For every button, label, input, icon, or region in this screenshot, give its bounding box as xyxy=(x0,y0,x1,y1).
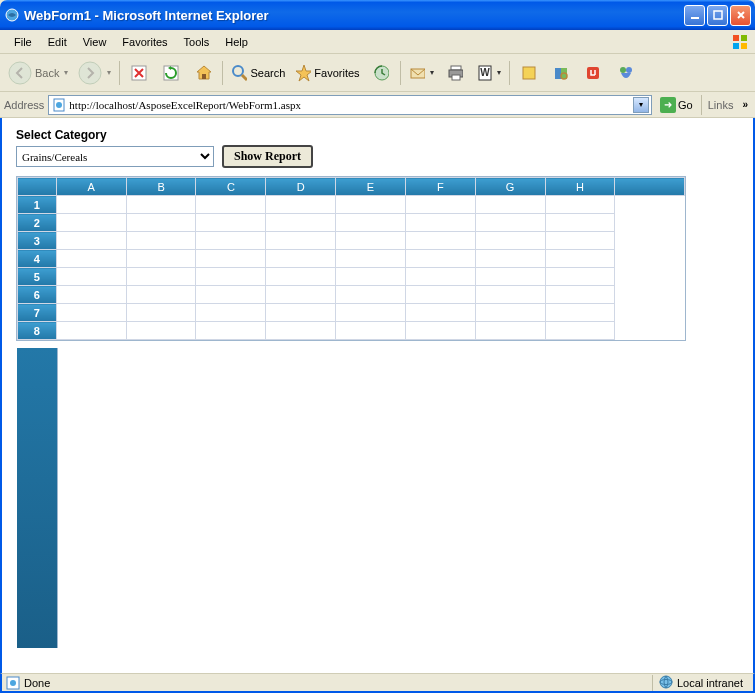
cell[interactable] xyxy=(336,322,406,340)
close-button[interactable] xyxy=(730,5,751,26)
menu-edit[interactable]: Edit xyxy=(40,34,75,50)
menu-favorites[interactable]: Favorites xyxy=(114,34,175,50)
back-button[interactable]: Back ▾ xyxy=(4,58,72,88)
cell[interactable] xyxy=(126,214,196,232)
cell[interactable] xyxy=(615,286,685,304)
cell[interactable] xyxy=(475,304,545,322)
cell[interactable] xyxy=(266,304,336,322)
col-header[interactable]: D xyxy=(266,178,336,196)
menu-view[interactable]: View xyxy=(75,34,115,50)
messenger-button[interactable] xyxy=(610,58,640,88)
cell[interactable] xyxy=(405,196,475,214)
cell[interactable] xyxy=(266,196,336,214)
refresh-button[interactable] xyxy=(156,58,186,88)
cell[interactable] xyxy=(266,322,336,340)
show-report-button[interactable]: Show Report xyxy=(222,145,313,168)
category-select[interactable]: Grains/Cereals xyxy=(16,146,214,167)
cell[interactable] xyxy=(545,268,615,286)
cell[interactable] xyxy=(405,214,475,232)
cell[interactable] xyxy=(405,304,475,322)
cell[interactable] xyxy=(336,214,406,232)
maximize-button[interactable] xyxy=(707,5,728,26)
cell[interactable] xyxy=(545,286,615,304)
cell[interactable] xyxy=(615,196,685,214)
cell[interactable] xyxy=(196,304,266,322)
cell[interactable] xyxy=(56,196,126,214)
row-header[interactable]: 5 xyxy=(18,268,57,286)
cell[interactable] xyxy=(615,232,685,250)
address-input[interactable] xyxy=(67,99,633,111)
home-button[interactable] xyxy=(188,58,218,88)
cell[interactable] xyxy=(126,196,196,214)
row-header[interactable]: 2 xyxy=(18,214,57,232)
row-header[interactable]: 8 xyxy=(18,322,57,340)
cell[interactable] xyxy=(615,322,685,340)
cell[interactable] xyxy=(405,286,475,304)
cell[interactable] xyxy=(405,250,475,268)
cell[interactable] xyxy=(545,304,615,322)
cell[interactable] xyxy=(615,214,685,232)
cell[interactable] xyxy=(545,322,615,340)
cell[interactable] xyxy=(266,214,336,232)
print-button[interactable] xyxy=(440,58,470,88)
cell[interactable] xyxy=(405,322,475,340)
mail-button[interactable]: ▾ xyxy=(405,58,438,88)
cell[interactable] xyxy=(126,304,196,322)
cell[interactable] xyxy=(545,196,615,214)
cell[interactable] xyxy=(266,232,336,250)
cell[interactable] xyxy=(336,196,406,214)
col-header[interactable]: E xyxy=(336,178,406,196)
cell[interactable] xyxy=(475,232,545,250)
cell[interactable] xyxy=(266,286,336,304)
col-header[interactable]: F xyxy=(405,178,475,196)
cell[interactable] xyxy=(196,196,266,214)
favorites-button[interactable]: Favorites xyxy=(291,58,363,88)
stop-button[interactable] xyxy=(124,58,154,88)
cell[interactable] xyxy=(405,268,475,286)
cell[interactable] xyxy=(336,268,406,286)
cell[interactable] xyxy=(475,322,545,340)
col-header[interactable]: G xyxy=(475,178,545,196)
col-header[interactable]: A xyxy=(56,178,126,196)
cell[interactable] xyxy=(336,250,406,268)
cell[interactable] xyxy=(126,268,196,286)
address-dropdown[interactable]: ▾ xyxy=(633,97,649,113)
cell[interactable] xyxy=(56,250,126,268)
row-header[interactable]: 1 xyxy=(18,196,57,214)
cell[interactable] xyxy=(405,232,475,250)
menu-file[interactable]: File xyxy=(6,34,40,50)
history-button[interactable] xyxy=(366,58,396,88)
cell[interactable] xyxy=(615,304,685,322)
menu-help[interactable]: Help xyxy=(217,34,256,50)
cell[interactable] xyxy=(126,322,196,340)
row-header[interactable]: 3 xyxy=(18,232,57,250)
cell[interactable] xyxy=(196,250,266,268)
cell[interactable] xyxy=(196,232,266,250)
cell[interactable] xyxy=(336,232,406,250)
cell[interactable] xyxy=(196,286,266,304)
forward-button[interactable]: ▾ xyxy=(74,58,115,88)
col-header[interactable]: H xyxy=(545,178,615,196)
cell[interactable] xyxy=(336,304,406,322)
cell[interactable] xyxy=(475,250,545,268)
go-button[interactable]: ➜ Go xyxy=(656,95,697,115)
grid-corner[interactable] xyxy=(18,178,57,196)
research-button[interactable] xyxy=(546,58,576,88)
col-header[interactable]: B xyxy=(126,178,196,196)
cell[interactable] xyxy=(475,286,545,304)
cell[interactable] xyxy=(545,232,615,250)
edit-button[interactable]: W ▾ xyxy=(472,58,505,88)
cell[interactable] xyxy=(336,286,406,304)
cell[interactable] xyxy=(266,250,336,268)
cell[interactable] xyxy=(615,268,685,286)
links-chevron-icon[interactable]: » xyxy=(739,99,751,110)
cell[interactable] xyxy=(545,214,615,232)
java-button[interactable] xyxy=(578,58,608,88)
minimize-button[interactable] xyxy=(684,5,705,26)
cell[interactable] xyxy=(126,250,196,268)
row-header[interactable]: 6 xyxy=(18,286,57,304)
cell[interactable] xyxy=(615,250,685,268)
row-header[interactable]: 7 xyxy=(18,304,57,322)
cell[interactable] xyxy=(475,214,545,232)
menu-tools[interactable]: Tools xyxy=(176,34,218,50)
